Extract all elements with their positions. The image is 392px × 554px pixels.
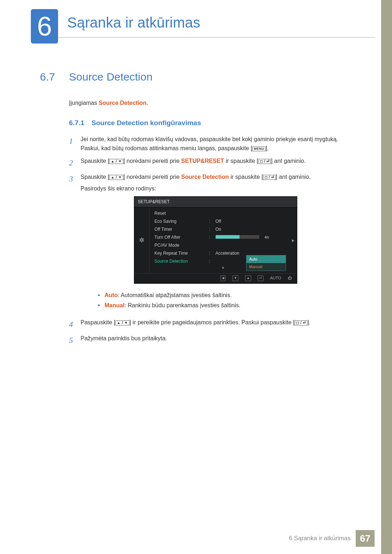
option-manual-text: : Rankiniu būdu parenkamas įvesties šalt…: [124, 302, 240, 308]
option-auto: Auto: Automatiškai atpažįstamas įvesties…: [98, 290, 350, 300]
step1-line1: Jei norite, kad būtų rodomas klavišų vad…: [81, 136, 338, 142]
step1-line2a: Paskui, kad būtų rodomas atitinkamas men…: [81, 145, 252, 151]
step-number: 5: [69, 334, 81, 346]
enter-icon: ◻ / ⏎: [263, 175, 276, 180]
step-number: 1: [69, 135, 81, 147]
osd-value: On: [216, 226, 293, 233]
intro-prefix: Įjungiamas: [69, 100, 99, 106]
chapter-number-box: 6: [31, 9, 58, 44]
step-5: 5 Pažymėta parinktis bus pritaikyta.: [69, 334, 350, 346]
osd-colon: :: [209, 234, 216, 241]
osd-colon: :: [209, 218, 216, 225]
osd-foot-down-icon: ▼: [232, 275, 238, 281]
updown-icon: ▲ / ▼: [109, 159, 123, 164]
step-2: 2 Spauskite [▲ / ▼] norėdami pereiti pri…: [69, 157, 350, 169]
osd-slider: [216, 235, 259, 239]
step-4: 4 Paspauskite [▲ / ▼] ir pereikite prie …: [69, 318, 350, 331]
chevron-right-icon: ▶: [292, 238, 297, 243]
osd-title: SETUP&RESET: [134, 197, 297, 208]
osd-foot-left-icon: ◀: [220, 275, 226, 281]
s3d: ] ant gaminio.: [276, 174, 311, 180]
step-body: Paspauskite [▲ / ▼] ir pereikite prie pa…: [81, 318, 350, 327]
osd-label: PC/AV Mode: [155, 242, 209, 249]
osd-dropdown-auto: Auto: [246, 255, 286, 263]
osd-label: Reset: [155, 210, 209, 217]
chapter-title: Sąranka ir atkūrimas: [58, 9, 375, 38]
osd-label-active: Source Detection: [155, 258, 209, 265]
osd-foot-auto: AUTO: [270, 275, 281, 281]
osd-colon: :: [209, 226, 216, 233]
s3a: Spauskite [: [81, 174, 109, 180]
updown-icon: ▲ / ▼: [109, 175, 123, 180]
osd-label: Off Timer: [155, 226, 209, 233]
option-auto-label: Auto: [105, 292, 118, 298]
osd-slider-text: 4h: [265, 235, 269, 239]
osd-foot-up-icon: ▲: [245, 275, 251, 281]
osd-colon: :: [209, 250, 216, 257]
osd-row-offtimer: Off Timer : On: [150, 225, 297, 233]
footer-text: 6 Sąranka ir atkūrimas: [289, 535, 351, 542]
step-3: 3 Spauskite [▲ / ▼] norėdami pereiti pri…: [69, 173, 350, 315]
osd-colon: :: [209, 258, 216, 265]
s4a: Paspauskite [: [81, 319, 115, 325]
gear-icon: ✲: [134, 208, 150, 274]
osd-screenshot: SETUP&RESET ✲ Reset Eco Saving : Off: [134, 196, 297, 284]
osd-row-pcav: PC/AV Mode: [150, 241, 297, 249]
step-body: Jei norite, kad būtų rodomas klavišų vad…: [81, 135, 350, 153]
section-heading: 6.7 Source Detection: [40, 71, 350, 83]
s3b: ] norėdami pereiti prie: [123, 174, 181, 180]
step-number: 2: [69, 157, 81, 169]
step-body: Pažymėta parinktis bus pritaikyta.: [81, 334, 350, 343]
side-strip: [381, 0, 392, 554]
intro-suffix: .: [146, 100, 148, 106]
osd-label: Turn Off After: [155, 234, 209, 241]
osd-row-reset: Reset: [150, 209, 297, 217]
enter-icon: ◻ / ⏎: [295, 320, 307, 325]
s2d: ] ant gaminio.: [271, 158, 306, 164]
osd-label: Eco Saving: [155, 218, 209, 225]
s2a: Spauskite [: [81, 158, 109, 164]
updown-icon: ▲ / ▼: [115, 320, 130, 325]
step1-line2b: ].: [266, 145, 269, 151]
osd-items: Reset Eco Saving : Off Off Timer : On: [150, 208, 297, 274]
osd-foot-enter-icon: ⏎: [258, 275, 264, 281]
s3hl: Source Detection: [181, 174, 229, 180]
osd-row-eco: Eco Saving : Off: [150, 217, 297, 225]
subsection-heading: 6.7.1 Source Detection konfigūravimas: [69, 119, 350, 127]
step-body: Spauskite [▲ / ▼] norėdami pereiti prie …: [81, 157, 350, 166]
intro-highlight: Source Detection: [99, 100, 147, 106]
intro-text: Įjungiamas Source Detection.: [69, 100, 350, 106]
step-number: 3: [69, 173, 81, 185]
osd-foot-power-icon: ⏻: [288, 275, 292, 281]
step-1: 1 Jei norite, kad būtų rodomas klavišų v…: [69, 135, 350, 153]
osd-body: ✲ Reset Eco Saving : Off Off Tim: [134, 208, 297, 274]
s3tail: Pasirodys šis ekrano rodinys:: [81, 184, 350, 193]
s4c: ].: [307, 319, 311, 325]
osd-dropdown-manual: Manual: [246, 263, 286, 271]
menu-icon: MENU: [252, 147, 266, 151]
s2hl: SETUP&RESET: [181, 158, 224, 164]
section-title: Source Detection: [69, 71, 152, 83]
step-body: Spauskite [▲ / ▼] norėdami pereiti prie …: [81, 173, 350, 315]
section-number: 6.7: [40, 71, 69, 83]
s2c: ir spauskite [: [224, 158, 258, 164]
content-area: 6.7 Source Detection Įjungiamas Source D…: [0, 45, 392, 346]
page-footer: 6 Sąranka ir atkūrimas 67: [289, 530, 375, 547]
s3c: ir spauskite [: [229, 174, 263, 180]
osd-value: 4h: [216, 234, 293, 241]
footer-page-number: 67: [356, 530, 375, 547]
options-list: Auto: Automatiškai atpažįstamas įvesties…: [98, 290, 350, 310]
osd-label: Key Repeat Time: [155, 250, 209, 257]
osd-dropdown: Auto Manual: [246, 255, 286, 271]
option-manual-label: Manual: [105, 302, 124, 308]
step-number: 4: [69, 318, 81, 331]
option-auto-text: : Automatiškai atpažįstamas įvesties šal…: [118, 292, 232, 298]
steps-list: 1 Jei norite, kad būtų rodomas klavišų v…: [69, 135, 350, 346]
s2b: ] norėdami pereiti prie: [123, 158, 181, 164]
s4b: ] ir pereikite prie pageidaujamos parink…: [130, 319, 295, 325]
osd-value: Off: [216, 218, 293, 225]
subsection-number: 6.7.1: [69, 119, 91, 127]
osd-footer: ◀ ▼ ▲ ⏎ AUTO ⏻: [134, 273, 297, 283]
subsection-title: Source Detection konfigūravimas: [91, 119, 201, 127]
enter-icon: ◻ / ⏎: [258, 159, 271, 164]
